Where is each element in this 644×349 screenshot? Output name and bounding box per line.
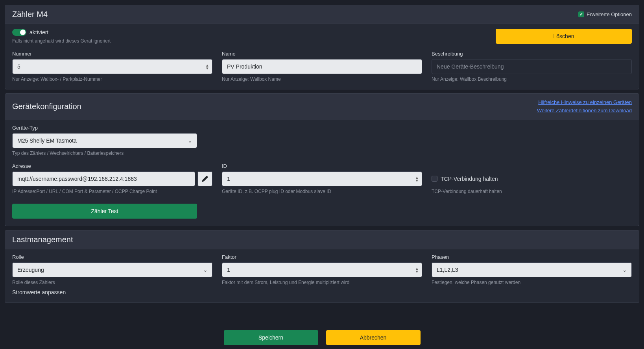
help-link-devices[interactable]: Hilfreiche Hinweise zu einzelnen Geräten bbox=[537, 98, 632, 107]
device-config-panel: Gerätekonfiguration Hilfreiche Hinweise … bbox=[5, 93, 639, 226]
factor-label: Faktor bbox=[222, 254, 422, 260]
check-icon: ✓ bbox=[578, 11, 584, 17]
cancel-button[interactable]: Abbrechen bbox=[326, 330, 421, 335]
page-title: Zähler M4 bbox=[12, 10, 48, 19]
enabled-help: Falls nicht angehakt wird dieses Gerät i… bbox=[12, 38, 111, 44]
phases-label: Phasen bbox=[432, 254, 632, 260]
name-label: Name bbox=[222, 51, 422, 57]
desc-label: Beschreibung bbox=[432, 51, 632, 57]
device-config-header: Gerätekonfiguration Hilfreiche Hinweise … bbox=[5, 94, 639, 120]
role-select[interactable]: Erzeugung bbox=[12, 262, 212, 277]
number-help: Nur Anzeige: Wallbox- / Parkplatz-Nummer bbox=[12, 76, 212, 82]
footer-bar: Speichern Abbrechen bbox=[0, 326, 644, 335]
phases-select[interactable]: L1,L2,L3 bbox=[432, 262, 632, 277]
tcp-keep-label: TCP-Verbindung halten bbox=[441, 176, 498, 182]
save-button[interactable]: Speichern bbox=[224, 330, 318, 335]
adjust-current-label: Stromwerte anpassen bbox=[12, 289, 212, 295]
checkbox-empty-icon bbox=[432, 176, 437, 182]
id-help: Geräte ID, z.B. OCPP plug ID oder Modbus… bbox=[222, 189, 422, 194]
load-mgmt-panel: Lastmanagement Rolle Erzeugung ⌄ Rolle d… bbox=[5, 230, 639, 303]
enabled-label: aktiviert bbox=[30, 29, 48, 35]
enabled-toggle[interactable] bbox=[12, 29, 26, 36]
id-input[interactable] bbox=[222, 171, 422, 186]
activation-row: aktiviert Falls nicht angehakt wird dies… bbox=[5, 24, 639, 46]
role-label: Rolle bbox=[12, 254, 212, 260]
meter-panel: Zähler M4 ✓ Erweiterte Optionen aktivier… bbox=[5, 5, 639, 89]
meter-header: Zähler M4 ✓ Erweiterte Optionen bbox=[5, 5, 639, 24]
device-type-label: Geräte-Typ bbox=[12, 125, 197, 131]
device-type-select[interactable]: M25 Shelly EM Tasmota bbox=[12, 133, 197, 148]
load-mgmt-header: Lastmanagement bbox=[5, 230, 639, 249]
name-input[interactable] bbox=[222, 59, 422, 74]
address-help: IP Adresse:Port / URL / COM Port & Param… bbox=[12, 189, 212, 194]
number-label: Nummer bbox=[12, 51, 212, 57]
device-config-title: Gerätekonfiguration bbox=[12, 102, 81, 111]
advanced-options-checkbox[interactable]: ✓ Erweiterte Optionen bbox=[578, 11, 632, 17]
number-input[interactable] bbox=[12, 59, 212, 74]
download-link-definitions[interactable]: Weitere Zählerdefinitionen zum Download bbox=[537, 107, 632, 115]
test-meter-button[interactable]: Zähler Test bbox=[12, 204, 197, 219]
name-help: Nur Anzeige: Wallbox Name bbox=[222, 76, 422, 82]
address-label: Adresse bbox=[12, 163, 212, 169]
factor-input[interactable] bbox=[222, 262, 422, 277]
edit-address-button[interactable] bbox=[197, 171, 212, 186]
load-mgmt-title: Lastmanagement bbox=[12, 235, 73, 244]
delete-button[interactable]: Löschen bbox=[496, 29, 632, 44]
factor-help: Faktor mit dem Strom, Leistung und Energ… bbox=[222, 280, 422, 285]
tcp-keep-help: TCP-Verbindung dauerhaft halten bbox=[432, 189, 632, 194]
role-help: Rolle dieses Zählers bbox=[12, 280, 212, 285]
desc-help: Nur Anzeige: Wallbox Beschreibung bbox=[432, 76, 632, 82]
advanced-options-label: Erweiterte Optionen bbox=[587, 11, 632, 17]
pencil-icon bbox=[202, 176, 208, 182]
id-label: ID bbox=[222, 163, 422, 169]
phases-help: Festlegen, welche Phasen genutzt werden bbox=[432, 280, 632, 285]
desc-input[interactable] bbox=[432, 59, 632, 74]
device-type-help: Typ des Zählers / Wechselrichters / Batt… bbox=[12, 150, 197, 156]
tcp-keep-checkbox[interactable]: TCP-Verbindung halten bbox=[432, 171, 632, 186]
address-input[interactable] bbox=[12, 171, 195, 186]
